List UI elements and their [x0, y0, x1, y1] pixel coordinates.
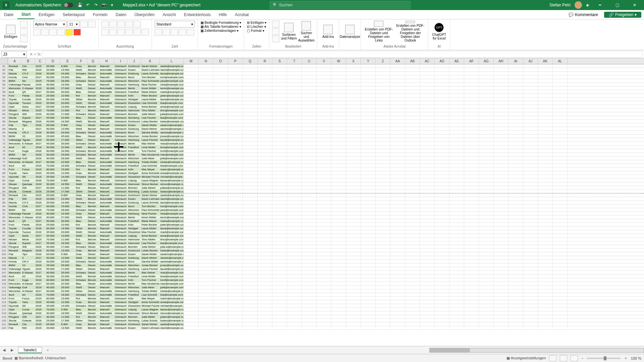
- cell[interactable]: Manuell: [99, 98, 114, 101]
- table-row[interactable]: 78AudiA4201670.00018.000SchwarzDieselAut…: [0, 164, 644, 168]
- cell-empty[interactable]: [553, 201, 568, 204]
- cell-empty[interactable]: [553, 208, 568, 212]
- cell[interactable]: Blau: [75, 308, 87, 311]
- cell-empty[interactable]: [331, 157, 346, 160]
- cell[interactable]: David Lehmann: [141, 326, 160, 329]
- cell[interactable]: 22.500: [60, 160, 75, 164]
- cell-empty[interactable]: [523, 190, 538, 193]
- cell-empty[interactable]: [523, 138, 538, 141]
- cell-empty[interactable]: [199, 68, 213, 71]
- table-row[interactable]: 92MercedesC-Klasse201930.00027.000WeißDi…: [0, 216, 644, 219]
- create-pdf-link-button[interactable]: Erstellen von PDF-Dateien und Freigeben …: [364, 21, 394, 42]
- cell-empty[interactable]: [420, 134, 435, 138]
- cell[interactable]: 17.000: [60, 267, 75, 270]
- cell-empty[interactable]: [213, 116, 228, 119]
- cell-empty[interactable]: [435, 171, 449, 175]
- increase-font-button[interactable]: [80, 21, 88, 27]
- table-row[interactable]: 95ToyotaCorolla201660.00014.500SilberBen…: [0, 227, 644, 230]
- close-button[interactable]: ✕: [628, 0, 641, 10]
- cell[interactable]: 2019: [35, 182, 46, 186]
- cell-empty[interactable]: [243, 79, 258, 82]
- cell-empty[interactable]: [494, 256, 508, 259]
- cell[interactable]: Schwarz: [75, 260, 87, 263]
- cell-empty[interactable]: [302, 138, 317, 141]
- cell[interactable]: 2019: [35, 300, 46, 304]
- bold-button[interactable]: [33, 29, 41, 36]
- cell-empty[interactable]: [435, 86, 449, 90]
- cell[interactable]: Gebrauch: [114, 315, 127, 318]
- cell-empty[interactable]: [538, 142, 553, 145]
- cell-empty[interactable]: [243, 145, 258, 149]
- cell-empty[interactable]: [538, 186, 553, 189]
- cell-empty[interactable]: [435, 208, 449, 212]
- cell[interactable]: Automatik: [99, 160, 114, 164]
- cell[interactable]: Automatik: [99, 311, 114, 315]
- cell[interactable]: Nissan: [8, 311, 21, 315]
- cell-empty[interactable]: [317, 98, 331, 101]
- cell-empty[interactable]: [479, 319, 494, 322]
- cell-empty[interactable]: [494, 212, 508, 215]
- cell[interactable]: Benzin: [87, 278, 99, 282]
- cell-empty[interactable]: [361, 267, 376, 270]
- cell[interactable]: Peugeot: [8, 186, 21, 189]
- cell-empty[interactable]: [184, 319, 199, 322]
- column-header-AD[interactable]: AD: [435, 58, 449, 64]
- cell[interactable]: Renault: [8, 193, 21, 197]
- cell[interactable]: 2017: [35, 90, 46, 94]
- column-header-AI[interactable]: AI: [508, 58, 523, 64]
- cell[interactable]: Julia Meier: [141, 157, 160, 160]
- cell-empty[interactable]: [420, 182, 435, 186]
- cell-empty[interactable]: [361, 68, 376, 71]
- column-header-G[interactable]: G: [87, 58, 99, 64]
- cell[interactable]: Benzin: [87, 64, 99, 68]
- cell-empty[interactable]: [272, 286, 287, 289]
- cell[interactable]: Diesel: [87, 260, 99, 263]
- row-header[interactable]: 74: [0, 149, 8, 153]
- cell-empty[interactable]: [228, 138, 243, 141]
- cell-empty[interactable]: [420, 90, 435, 94]
- cell-empty[interactable]: [479, 263, 494, 267]
- cell-empty[interactable]: [199, 234, 213, 237]
- cell-empty[interactable]: [508, 212, 523, 215]
- cell[interactable]: Diesel: [87, 157, 99, 160]
- cell-empty[interactable]: [553, 171, 568, 175]
- cell-empty[interactable]: [213, 160, 228, 164]
- cell-empty[interactable]: [523, 64, 538, 68]
- cell[interactable]: Peugeot: [8, 112, 21, 116]
- cell-empty[interactable]: [494, 123, 508, 127]
- cell-empty[interactable]: [435, 186, 449, 189]
- cell-empty[interactable]: [553, 182, 568, 186]
- cell-empty[interactable]: [538, 123, 553, 127]
- cell-empty[interactable]: [390, 186, 405, 189]
- cell-empty[interactable]: [199, 322, 213, 326]
- cell-empty[interactable]: [199, 245, 213, 248]
- cell[interactable]: 65.000: [46, 123, 60, 127]
- cell[interactable]: 3: [21, 256, 35, 259]
- cell-empty[interactable]: [420, 175, 435, 178]
- cell-empty[interactable]: [213, 182, 228, 186]
- table-row[interactable]: 70BMWX3201925.00045.000BlauDieselAutomat…: [0, 134, 644, 138]
- cell[interactable]: Opel: [8, 308, 21, 311]
- cell-empty[interactable]: [199, 193, 213, 197]
- cell-empty[interactable]: [287, 112, 302, 116]
- cell[interactable]: Octavia: [21, 319, 35, 322]
- cell-empty[interactable]: [449, 271, 464, 274]
- row-header[interactable]: 112: [0, 289, 8, 293]
- cell-empty[interactable]: [449, 105, 464, 108]
- cell-empty[interactable]: [184, 157, 199, 160]
- cell-empty[interactable]: [228, 182, 243, 186]
- cell-empty[interactable]: [376, 75, 390, 79]
- cell-empty[interactable]: [538, 271, 553, 274]
- cell[interactable]: Benzin: [87, 127, 99, 130]
- cell[interactable]: Automatik: [99, 153, 114, 156]
- cell[interactable]: i30: [21, 304, 35, 307]
- cell[interactable]: Benzin: [87, 68, 99, 71]
- cell[interactable]: Julia Weber: [141, 186, 160, 189]
- cell-empty[interactable]: [272, 83, 287, 86]
- column-header-AK[interactable]: AK: [538, 58, 553, 64]
- cell[interactable]: Gebrauch: [114, 326, 127, 329]
- cell-empty[interactable]: [390, 68, 405, 71]
- cell[interactable]: 18.500: [60, 241, 75, 245]
- align-center-button[interactable]: [109, 29, 117, 36]
- cell[interactable]: Mercedes: [8, 86, 21, 90]
